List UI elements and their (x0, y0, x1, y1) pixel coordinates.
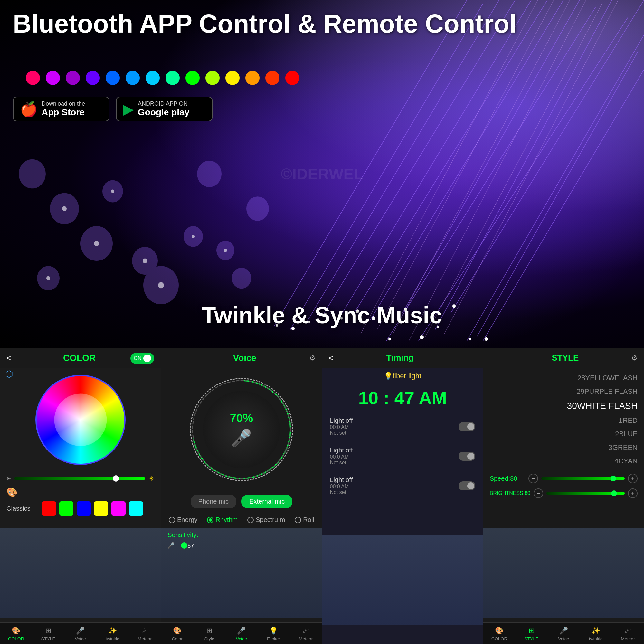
brightness-style-track[interactable] (546, 492, 625, 495)
timing-info-3: Light off 00:0 AM Not set (330, 476, 353, 495)
style-settings-icon[interactable]: ⚙ (631, 354, 638, 362)
brightness-track[interactable] (14, 477, 145, 480)
style-nav-color[interactable]: 🎨 COLOR (483, 627, 516, 641)
nav-color[interactable]: 🎨 COLOR (0, 627, 32, 641)
external-mic-btn[interactable]: External mic (241, 495, 292, 508)
color-wheel[interactable] (35, 375, 126, 465)
phone-mic-btn[interactable]: Phone mic (191, 495, 237, 508)
voice-panel-title: Voice (180, 353, 309, 363)
style-nav-twinkle-label: twinkle (589, 636, 603, 641)
brightness-minus-btn[interactable]: − (534, 488, 543, 498)
panel1-cloud-bg (0, 528, 161, 618)
sensitivity-label: Sensitivity: (167, 531, 315, 539)
style-item-7[interactable]: 4CYAN (490, 454, 638, 468)
timing-toggle-circle-3 (467, 482, 474, 489)
style-item-4[interactable]: 1RED (490, 414, 638, 427)
voice-settings-icon[interactable]: ⚙ (309, 354, 316, 362)
svg-point-56 (193, 381, 290, 478)
nav-style[interactable]: ⊞ STYLE (32, 627, 64, 641)
style-nav-twinkle[interactable]: ✨ twinkle (580, 627, 612, 641)
voice-nav-meteor-label: Meteor (299, 636, 313, 641)
classics-label: Classics (6, 505, 39, 512)
timing-label-2: Light off (330, 447, 353, 454)
spectrum-radio (247, 517, 254, 523)
voice-nav-color[interactable]: 🎨 Color (161, 627, 193, 641)
android-badge[interactable]: ▶ ANDROID APP ON Google play (116, 97, 213, 121)
nav-meteor[interactable]: ☄ Meteor (128, 627, 161, 641)
main-title: Bluetooth APP Control & Remote Control (13, 10, 631, 38)
voice-bottom-nav: 🎨 Color ⊞ Style 🎤 Voice 💡 Flicker ☄ Mete… (161, 622, 322, 644)
style-item-2[interactable]: 29PURPLE FLASH (490, 385, 638, 398)
swatch-magenta[interactable] (111, 501, 126, 516)
style-nav-style[interactable]: ⊞ STYLE (516, 627, 548, 641)
voice-nav-voice-label: Voice (236, 636, 247, 641)
panel4-cloud-bg (483, 528, 644, 618)
mode-spectrum[interactable]: Spectru m (247, 516, 285, 524)
color-dot-red-orange (265, 71, 279, 85)
swatch-cyan[interactable] (129, 501, 143, 516)
style-item-5[interactable]: 2BLUE (490, 427, 638, 441)
mic-buttons-row: Phone mic External mic (161, 491, 322, 512)
style-nav-color-label: COLOR (491, 636, 507, 641)
voice-nav-style[interactable]: ⊞ Style (193, 627, 225, 641)
roll-label: Roll (303, 516, 314, 524)
style-nav-voice-icon: 🎤 (559, 627, 568, 635)
color-dot-yellow (225, 71, 240, 85)
nav-twinkle[interactable]: ✨ twinkle (97, 627, 129, 641)
timing-toggle-1[interactable] (459, 422, 475, 431)
speed-minus-btn[interactable]: − (528, 474, 538, 483)
hero-section: ©IDERWEL Bluetooth APP Control & Remote … (0, 0, 644, 348)
timing-panel-header: < Timing (322, 348, 483, 368)
swatch-green[interactable] (59, 501, 73, 516)
style-item-6[interactable]: 3GREEN (490, 441, 638, 454)
voice-nav-voice[interactable]: 🎤 Voice (225, 627, 258, 641)
ios-badge-line1: Download on the (42, 100, 85, 107)
ios-badge-line2: App Store (42, 107, 85, 118)
color-dot-cyan (146, 71, 160, 85)
speed-plus-btn[interactable]: + (628, 474, 638, 483)
mode-rhythm[interactable]: Rhythm (207, 516, 238, 524)
timing-toggle-2[interactable] (459, 452, 475, 461)
color-dot-green (185, 71, 200, 85)
style-nav-voice[interactable]: 🎤 Voice (547, 627, 580, 641)
timing-time-2: 00:0 AM (330, 454, 353, 460)
timing-back-btn[interactable]: < (329, 354, 333, 363)
timing-note-1: Not set (330, 430, 353, 436)
speed-track[interactable] (541, 477, 625, 480)
mode-energy[interactable]: Energy (169, 516, 197, 524)
ios-badge[interactable]: 🍎 Download on the App Store (13, 97, 109, 121)
style-item-1[interactable]: 28YELLOWFLASH (490, 371, 638, 385)
voice-nav-flicker[interactable]: 💡 Flicker (258, 627, 290, 641)
swatch-blue[interactable] (77, 501, 91, 516)
voice-nav-meteor[interactable]: ☄ Meteor (290, 627, 322, 641)
color-dot-yellow-green (205, 71, 220, 85)
swatch-red[interactable] (42, 501, 56, 516)
brightness-plus-btn[interactable]: + (628, 488, 638, 498)
style-nav-meteor[interactable]: ☄ Meteor (612, 627, 644, 641)
voice-circle-wrapper: 70% 🎤 (161, 368, 322, 491)
style-panel-header: STYLE ⚙ (483, 348, 644, 368)
brightness-style-thumb (611, 490, 617, 496)
timing-time-3: 00:0 AM (330, 484, 353, 489)
color-back-btn[interactable]: < (6, 354, 11, 363)
voice-nav-color-icon: 🎨 (173, 627, 182, 635)
brightness-row-style: BRIGHTNESS:80 − + (483, 486, 644, 501)
color-toggle[interactable]: ON (130, 353, 154, 364)
swatch-yellow[interactable] (94, 501, 108, 516)
mode-roll[interactable]: Roll (295, 516, 314, 524)
timing-info-2: Light off 00:0 AM Not set (330, 447, 353, 466)
style-item-3[interactable]: 30WHITE FLASH (490, 398, 638, 414)
timing-label-1: Light off (330, 417, 353, 424)
style-nav-meteor-icon: ☄ (625, 627, 631, 635)
energy-label: Energy (177, 516, 197, 524)
color-dot-blue (106, 71, 120, 85)
brightness-thumb (113, 475, 119, 482)
timing-toggle-3[interactable] (459, 481, 475, 490)
sensitivity-row: Sensitivity: 🎤 57 (161, 527, 322, 553)
timing-row-2: Light off 00:0 AM Not set (322, 441, 483, 471)
panel3-cloud-bg (322, 535, 483, 625)
voice-circle-outer: 70% 🎤 (190, 378, 293, 481)
timing-row-1: Light off 00:0 AM Not set (322, 412, 483, 441)
nav-voice[interactable]: 🎤 Voice (64, 627, 97, 641)
color-dot-teal (166, 71, 180, 85)
